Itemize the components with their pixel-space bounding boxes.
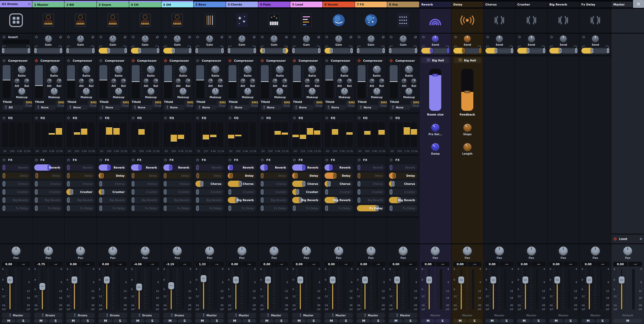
slider-handle[interactable] bbox=[60, 48, 62, 53]
peak-option[interactable]: Peak bbox=[122, 104, 129, 107]
send-delay[interactable]: Delay bbox=[292, 173, 321, 179]
send-fx-delay[interactable]: Fx Delay bbox=[66, 205, 95, 211]
rel-knob[interactable] bbox=[24, 78, 30, 84]
send-handle[interactable] bbox=[164, 181, 167, 187]
pan-knob[interactable] bbox=[172, 246, 182, 256]
fader-db-value[interactable]: 0.00 bbox=[389, 262, 403, 266]
send-delay[interactable]: Delay bbox=[260, 173, 288, 179]
eq-band-slider[interactable] bbox=[24, 122, 30, 147]
send-knob[interactable] bbox=[463, 35, 471, 43]
send-handle[interactable] bbox=[230, 173, 233, 179]
eq-band-slider[interactable] bbox=[292, 122, 299, 147]
send-handle[interactable] bbox=[35, 181, 38, 187]
threshold-handle[interactable] bbox=[358, 81, 366, 82]
output-route-select[interactable]: Master bbox=[357, 313, 385, 318]
output-route-select[interactable]: Master bbox=[517, 313, 545, 318]
gain-knob[interactable] bbox=[302, 35, 310, 43]
fader-handle[interactable] bbox=[233, 276, 239, 284]
send-crusher[interactable]: Crusher bbox=[99, 189, 127, 195]
att-knob[interactable] bbox=[143, 78, 149, 84]
tab-2-bd[interactable]: 2 BD bbox=[64, 2, 97, 7]
send-handle[interactable] bbox=[261, 205, 264, 211]
att-knob[interactable] bbox=[14, 78, 20, 84]
threshold-slider[interactable] bbox=[390, 65, 398, 98]
send-reverb[interactable]: Reverb bbox=[228, 164, 256, 171]
send-crusher[interactable]: Crusher bbox=[66, 189, 95, 195]
eq-band-slider[interactable] bbox=[260, 122, 267, 147]
send-handle[interactable] bbox=[357, 181, 361, 187]
mute-button[interactable]: M bbox=[613, 319, 642, 323]
rms-option[interactable]: RMS bbox=[155, 101, 161, 104]
slider-handle[interactable] bbox=[2, 48, 4, 53]
slider-handle[interactable] bbox=[139, 48, 141, 53]
send-chorus[interactable]: Chorus bbox=[195, 181, 224, 187]
detector-mode-switch[interactable]: RMSPeak bbox=[410, 100, 419, 108]
pan-knob[interactable] bbox=[140, 246, 150, 256]
send-handle[interactable] bbox=[35, 173, 38, 179]
threshold-slider[interactable] bbox=[325, 65, 333, 98]
slider-track[interactable] bbox=[2, 48, 30, 54]
peak-option[interactable]: Peak bbox=[348, 104, 355, 107]
gain-range-slider[interactable] bbox=[195, 46, 224, 54]
send-handle[interactable] bbox=[261, 173, 264, 179]
slider-handle[interactable] bbox=[189, 48, 191, 53]
fader-db-value[interactable]: 0.00 bbox=[613, 262, 627, 266]
mute-button[interactable]: M bbox=[389, 319, 403, 323]
fader-rail[interactable] bbox=[235, 269, 237, 309]
pan-knob[interactable] bbox=[75, 246, 85, 256]
slider-handle[interactable] bbox=[575, 48, 577, 53]
pan-knob[interactable] bbox=[590, 246, 600, 256]
eq-band-slider[interactable] bbox=[9, 122, 16, 147]
send-handle[interactable] bbox=[169, 165, 173, 170]
pan-knob[interactable] bbox=[237, 246, 247, 256]
fader-handle[interactable] bbox=[458, 276, 464, 284]
att-knob[interactable] bbox=[304, 78, 310, 84]
eq-power-button[interactable] bbox=[293, 116, 296, 120]
slider-handle[interactable] bbox=[228, 48, 230, 53]
pan-knob[interactable] bbox=[205, 246, 215, 256]
pan-knob[interactable] bbox=[430, 246, 440, 256]
send-crusher[interactable]: Crusher bbox=[195, 189, 224, 195]
fader-handle[interactable] bbox=[426, 276, 432, 284]
send-fx-delay[interactable]: Fx Delay bbox=[163, 205, 192, 211]
compressor-power-button[interactable] bbox=[357, 59, 361, 62]
fader-handle[interactable] bbox=[72, 276, 77, 284]
send-delay[interactable]: Delay bbox=[2, 173, 30, 179]
send-fx-delay[interactable]: Fx Delay bbox=[324, 205, 353, 211]
eq-band-slider[interactable] bbox=[145, 122, 152, 147]
fx-power-button[interactable] bbox=[228, 158, 232, 162]
rel-knob[interactable] bbox=[250, 78, 256, 84]
fader-handle[interactable] bbox=[523, 276, 528, 284]
gain-knob[interactable] bbox=[367, 35, 375, 43]
eq-band-slider[interactable] bbox=[113, 122, 120, 147]
send-handle[interactable] bbox=[164, 197, 167, 203]
send-handle[interactable] bbox=[67, 197, 70, 203]
compressor-power-button[interactable] bbox=[261, 59, 264, 62]
eq-band-slider[interactable] bbox=[49, 122, 55, 147]
send-big-reverb[interactable]: Big Reverb bbox=[66, 197, 95, 203]
slider-handle[interactable] bbox=[108, 48, 110, 53]
send-chorus[interactable]: Chorus bbox=[389, 181, 417, 187]
eq-band-slider[interactable] bbox=[178, 122, 184, 147]
close-button[interactable] bbox=[633, 0, 644, 8]
send-crusher[interactable]: Crusher bbox=[260, 189, 288, 195]
eq-band-slider[interactable] bbox=[99, 122, 105, 147]
slider-handle[interactable] bbox=[447, 48, 449, 53]
send-handle[interactable] bbox=[228, 189, 231, 195]
gain-range-slider[interactable] bbox=[357, 46, 385, 54]
fader-db-value[interactable]: -3.19 bbox=[163, 262, 177, 266]
preset-selector[interactable]: Big Hall bbox=[454, 58, 481, 63]
mute-button[interactable]: M bbox=[34, 319, 48, 323]
fader-rail[interactable] bbox=[300, 269, 301, 309]
send-handle[interactable] bbox=[196, 189, 199, 195]
rel-knob[interactable] bbox=[411, 78, 417, 84]
send-chorus[interactable]: Chorus bbox=[163, 181, 192, 187]
send-reverb[interactable]: Reverb bbox=[292, 164, 321, 171]
send-knob[interactable] bbox=[528, 35, 535, 43]
send-big-reverb[interactable]: Big Reverb bbox=[357, 197, 385, 203]
fader-db-value[interactable]: 0.00 bbox=[99, 262, 112, 266]
send-handle[interactable] bbox=[196, 197, 199, 203]
mute-button[interactable]: M bbox=[195, 319, 209, 323]
send-chorus[interactable]: Chorus bbox=[260, 181, 288, 187]
eq-band-slider[interactable] bbox=[378, 122, 385, 147]
